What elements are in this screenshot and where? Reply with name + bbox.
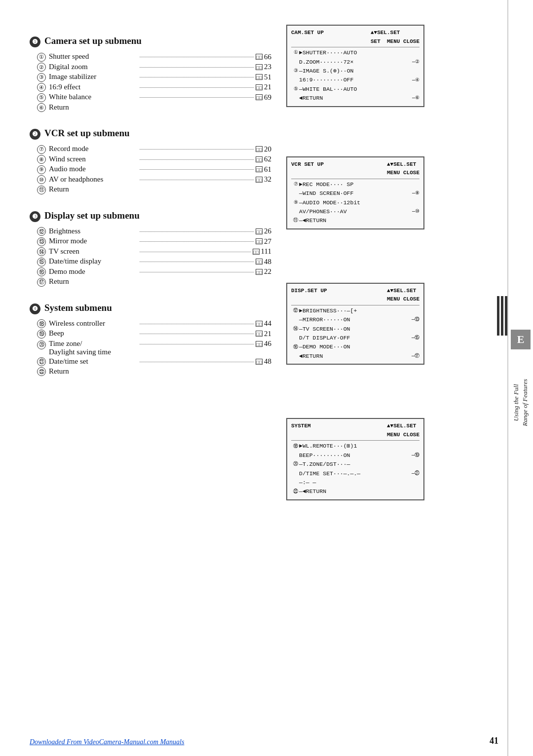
item-num: ① [37,53,46,62]
screen-box-system: SYSTEM ▲▼SEL.SETMENU CLOSE ⑱ ►WL.REMOTE·… [286,418,424,500]
item-label: Time zone/Daylight saving time [49,340,138,356]
screen-row-content: —T.ZONE/DST···— [299,460,350,469]
screen-row-num: ⑫ [291,307,298,315]
list-item: ⑯ Demo mode □□ 22 [37,267,271,277]
screen-box-camera: CAM.SET UP ▲▼SEL.SETSET MENU CLOSE ① ►SH… [286,25,424,107]
item-label: Return [49,185,138,193]
list-item: ⑱ Wireless controller □□ 44 [37,319,271,329]
section1-header: ❶ Camera set up submenu [30,36,271,47]
item-page: □□ 66 [256,53,271,61]
screen-controls: ▲▼SEL.SETMENU CLOSE [387,160,419,178]
item-num: ⑧ [37,155,46,164]
section-display-setup: ❸ Display set up submenu ⑫ Brightness □□… [30,210,271,287]
decorative-lines [497,296,507,336]
screen-row-content: ◄RETURN [299,94,323,103]
screen-row-content: ►SHUTTER·····AUTO [299,48,357,57]
item-num: ⑥ [37,103,46,112]
right-sidebar: E Using the FullRange of Features [507,0,533,756]
screen-title: SYSTEM [291,422,311,439]
screen-header: DISP.SET UP ▲▼SEL.SETMENU CLOSE [291,287,419,305]
item-dots [140,241,254,242]
item-label: Wind screen [49,155,138,163]
screen-title: CAM.SET UP [291,29,324,46]
book-icon: □□ [256,64,263,70]
section2-number: ❷ [30,129,40,140]
item-num: ⑫ [37,227,46,236]
item-dots [140,252,251,252]
main-content: ❶ Camera set up submenu ① Shutter speed … [30,20,503,520]
list-item: ⑧ Wind screen □□ 62 [37,155,271,164]
item-text: Return [49,103,271,112]
screen-row-num: ⑳ [291,460,298,468]
item-num: ⑳ [37,340,46,349]
section4-header: ❹ System submenu [30,302,271,314]
item-num: ⑭ [37,247,46,256]
item-label: Digital zoom [49,63,138,71]
list-item: ⑪ Return [37,185,271,194]
list-item: ⑫ Brightness □□ 26 [37,227,271,236]
screen-row-num: ⑤ [291,85,298,93]
item-page: □□ 69 [256,93,271,102]
book-icon: □□ [256,259,263,265]
item-text: Demo mode □□ 22 [49,267,271,276]
item-text: TV screen □□ 111 [49,247,271,256]
item-page: □□ 51 [256,73,271,81]
screen-box-display: DISP.SET UP ▲▼SEL.SETMENU CLOSE ⑫ ►BRIGH… [286,283,424,365]
item-text: White balance □□ 69 [49,93,271,102]
item-page: □□ 27 [256,237,271,246]
item-dots [140,97,254,98]
right-column: CAM.SET UP ▲▼SEL.SETSET MENU CLOSE ① ►SH… [286,20,469,520]
screen-row-num: ⑭ [291,325,298,333]
book-icon: □□ [256,177,263,183]
item-text: Mirror mode □□ 27 [49,237,271,246]
screen-row-content: —AUDIO MODE··12bit [299,198,360,207]
screen-row-content: —◄RETURN [299,216,326,225]
item-page: □□ 111 [253,247,271,256]
screen-row-content: ►REC MODE···· SP [299,180,353,189]
screen-system: SYSTEM ▲▼SEL.SETMENU CLOSE ⑱ ►WL.REMOTE·… [286,418,469,510]
item-text: Wireless controller □□ 44 [49,319,271,328]
item-text: Audio mode □□ 61 [49,165,271,174]
screen-row-content: —:— — [299,478,316,487]
screen-row-num-right: —⑧ [412,189,419,197]
screen-row-content: D.ZOOM·······72× [299,58,353,67]
item-text: Shutter speed □□ 66 [49,52,271,61]
book-icon: □□ [256,331,263,337]
screen-row-content: D/TIME SET···—.—.— [299,469,360,478]
screen-row-content: —IMAGE S.(⊕)··ON [299,67,353,76]
item-num: ⑮ [37,258,46,266]
section-camera-setup: ❶ Camera set up submenu ① Shutter speed … [30,36,271,112]
list-item: ⑥ Return [37,103,271,113]
list-item: ② Digital zoom □□ 23 [37,63,271,72]
list-item: ① Shutter speed □□ 66 [37,52,271,62]
list-item: ⑭ TV screen □□ 111 [37,247,271,257]
item-dots [140,334,254,334]
bottom-link[interactable]: Downloaded From VideoCamera-Manual.com M… [30,738,184,746]
list-item: ⑨ Audio mode □□ 61 [37,165,271,174]
item-dots [140,77,254,77]
item-page: □□ 44 [256,319,271,328]
list-item: ⑤ White balance □□ 69 [37,93,271,102]
item-label: Audio mode [49,165,138,173]
list-item: ③ Image stabilizer □□ 51 [37,73,271,82]
list-item: ④ 16:9 effect □□ 21 [37,83,271,92]
page-number: 41 [490,736,498,746]
item-label: Date/time set [49,357,138,366]
screen-row-num: ⑦ [291,181,298,189]
book-icon: □□ [256,74,263,80]
list-item: ⑬ Mirror mode □□ 27 [37,237,271,246]
section4-items: ⑱ Wireless controller □□ 44 ⑲ Beep □□ 21 [37,319,271,376]
screen-header: VCR SET UP ▲▼SEL.SETMENU CLOSE [291,160,419,179]
item-num: ⑯ [37,267,46,276]
screen-row-num-right: —⑰ [412,352,419,360]
item-text: Digital zoom □□ 23 [49,63,271,72]
screen-vcr: VCR SET UP ▲▼SEL.SETMENU CLOSE ⑦ ►REC MO… [286,156,469,239]
item-page: □□ 48 [256,258,271,266]
section1-number: ❶ [30,37,40,47]
list-item: ㉒ Return [37,367,271,376]
item-num: ⑰ [37,278,46,287]
item-page: □□ 22 [256,267,271,276]
screen-row-content: —WIND SCREEN·OFF [299,189,353,198]
item-num: ④ [37,83,46,92]
screen-controls: ▲▼SEL.SETSET MENU CLOSE [371,29,419,46]
